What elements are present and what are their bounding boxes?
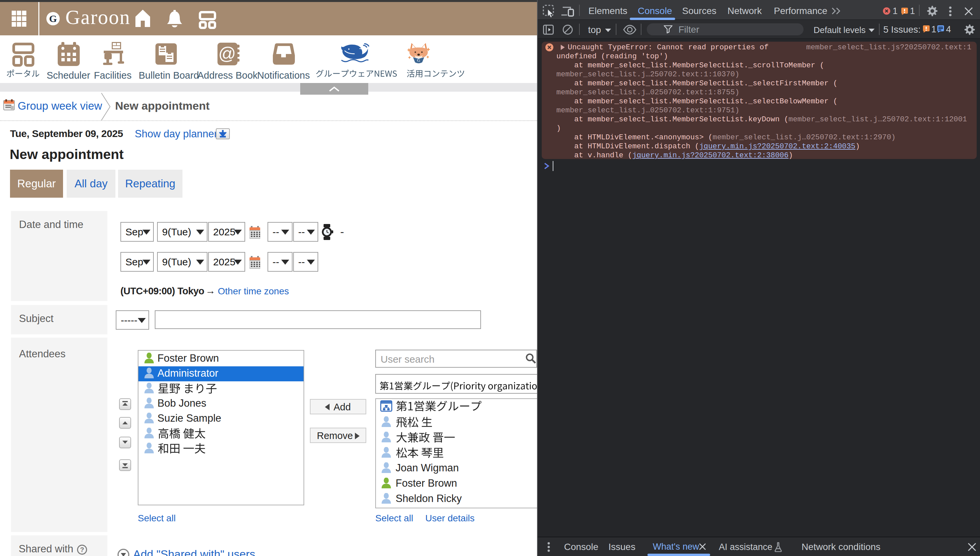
svg-text:@: @ <box>219 44 236 63</box>
svg-text:?: ? <box>80 546 84 553</box>
svg-text:G: G <box>417 58 420 63</box>
